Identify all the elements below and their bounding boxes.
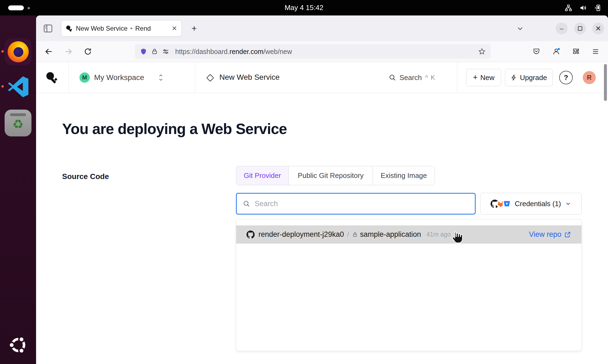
dock: ♻ (0, 15, 36, 364)
window-minimize-button[interactable]: – (556, 23, 568, 34)
firefox-window: New Web Service•Rend ✕ + – ✕ (36, 15, 608, 364)
browser-tab[interactable]: New Web Service•Rend ✕ (61, 20, 181, 36)
tab-public-git-repository[interactable]: Public Git Repository (289, 166, 373, 185)
browser-navbar: https://dashboard.render.com/web/new (36, 41, 608, 62)
render-app-header: M My Workspace New Web Service Search ^ … (36, 62, 608, 93)
repo-search-input[interactable] (255, 200, 469, 208)
plus-icon: + (473, 73, 478, 82)
github-icon (247, 231, 255, 239)
repo-results-panel: render-deployment-j29ka0 / sample-applic… (236, 219, 582, 351)
web-service-diamond-icon (206, 74, 214, 82)
repo-owner: render-deployment-j29ka0 (258, 230, 344, 239)
divider (457, 62, 457, 93)
reload-button[interactable] (82, 46, 94, 58)
chevron-down-icon (565, 200, 571, 207)
global-search-button[interactable]: Search ^ K (389, 62, 436, 93)
user-avatar[interactable]: R (583, 71, 596, 84)
new-button[interactable]: + New (466, 69, 501, 86)
workspace-avatar[interactable]: M (79, 72, 90, 83)
maximize-icon (578, 26, 582, 31)
divider (68, 62, 69, 93)
tab-close-icon[interactable]: ✕ (172, 25, 177, 32)
vscode-running-dot (1, 85, 4, 88)
workspace-name[interactable]: My Workspace (94, 73, 144, 82)
repo-separator: / (347, 230, 349, 239)
credentials-label: Credentials (1) (515, 200, 561, 208)
external-link-icon (564, 231, 571, 238)
system-clock[interactable]: May 4 15:42 (0, 0, 608, 15)
sidebar-toggle-icon[interactable] (43, 23, 53, 34)
new-tab-button[interactable]: + (188, 22, 200, 34)
page-title: You are deploying a Web Service (62, 120, 287, 138)
divider (195, 62, 195, 93)
breadcrumb: New Web Service (219, 73, 280, 82)
hamburger-menu-icon[interactable] (590, 46, 601, 58)
firefox-launcher[interactable] (5, 38, 31, 65)
url-text: https://dashboard.render.com/web/new (175, 48, 292, 56)
credentials-dropdown[interactable]: Credentials (1) (480, 193, 582, 215)
source-tabs: Git Provider Public Git Repository Exist… (236, 166, 435, 185)
trash-lid (10, 113, 26, 116)
forward-button[interactable] (62, 46, 74, 58)
extensions-puzzle-icon[interactable] (570, 46, 582, 58)
render-logo-icon[interactable] (45, 71, 59, 84)
lightning-bolt-icon (511, 74, 517, 81)
bitbucket-icon (503, 200, 511, 208)
list-tabs-chevron-icon[interactable] (514, 23, 526, 34)
private-repo-lock-icon (352, 232, 358, 237)
vscode-launcher[interactable] (5, 73, 31, 100)
tab-existing-image[interactable]: Existing Image (373, 166, 435, 185)
view-repo-link[interactable]: View repo (529, 230, 571, 239)
search-label: Search (399, 74, 422, 82)
trash-launcher[interactable]: ♻ (5, 110, 31, 136)
firefox-running-dot (1, 50, 4, 53)
upgrade-button[interactable]: Upgrade (505, 69, 553, 86)
search-icon (243, 200, 250, 207)
repo-updated-time: 41m ago (427, 231, 451, 238)
source-code-label: Source Code (62, 172, 109, 181)
window-maximize-button[interactable] (574, 23, 586, 34)
back-button[interactable] (43, 46, 55, 58)
render-favicon (66, 25, 73, 32)
search-shortcut: ^ K (425, 74, 436, 81)
volume-icon[interactable] (579, 4, 587, 12)
recycle-icon: ♻ (12, 118, 24, 130)
battery-icon[interactable] (594, 4, 602, 12)
mouse-cursor-hand (451, 231, 463, 245)
permissions-sliders-icon[interactable] (162, 48, 169, 55)
network-tree-icon[interactable] (565, 4, 572, 12)
workspace-switcher-chevrons-icon[interactable] (158, 72, 164, 83)
vscode-icon (7, 76, 29, 98)
account-icon[interactable] (550, 46, 562, 58)
tab-title: New Web Service•Rend (76, 25, 168, 32)
pocket-icon[interactable] (530, 46, 542, 58)
firefox-icon (8, 41, 29, 62)
credential-provider-icons (491, 200, 511, 208)
ubuntu-logo-icon (8, 335, 28, 355)
repo-name: sample-application (360, 230, 421, 239)
search-icon (389, 74, 396, 81)
show-applications-button[interactable] (7, 334, 29, 356)
url-bar[interactable]: https://dashboard.render.com/web/new (135, 44, 491, 59)
window-close-button[interactable]: ✕ (592, 23, 604, 34)
desktop-screen: May 4 15:42 (0, 0, 608, 364)
page-content: You are deploying a Web Service Source C… (36, 93, 608, 364)
repo-search-box (236, 193, 476, 215)
tab-git-provider[interactable]: Git Provider (236, 166, 289, 185)
help-button[interactable]: ? (559, 71, 573, 84)
tracking-protection-shield-icon[interactable] (140, 48, 147, 55)
bookmark-star-icon[interactable] (478, 48, 486, 55)
system-top-bar: May 4 15:42 (0, 0, 608, 15)
repo-row[interactable]: render-deployment-j29ka0 / sample-applic… (236, 225, 581, 244)
lock-icon[interactable] (151, 48, 158, 55)
scrollbar-thumb[interactable] (604, 64, 607, 101)
tab-bar: New Web Service•Rend ✕ + – ✕ (36, 15, 608, 41)
